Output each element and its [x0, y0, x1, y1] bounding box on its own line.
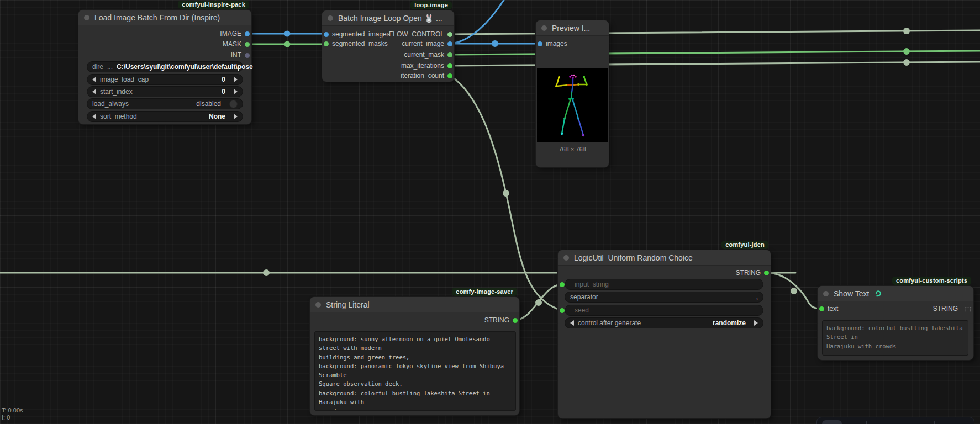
increment-arrow-icon[interactable] — [234, 77, 238, 82]
output-string[interactable]: STRING — [484, 315, 518, 325]
node-preview-image[interactable]: Preview I... images — [536, 20, 609, 167]
node-title-bar[interactable]: String Literal — [310, 297, 519, 312]
node-title: Load Image Batch From Dir (Inspire) — [94, 13, 220, 22]
widget-start-index[interactable]: start_index 0 — [87, 86, 243, 97]
port-dot-text[interactable] — [819, 306, 824, 311]
wire-current-mask — [450, 51, 980, 55]
node-source-badge: comfyui-inspire-pack — [178, 1, 249, 9]
node-show-text[interactable]: comfyui-custom-scripts Show Text text ST… — [818, 286, 973, 360]
port-dot-segmented-masks[interactable] — [324, 41, 329, 46]
execution-status: T: 0.00s I: 0 — [2, 407, 23, 421]
panel-divider — [934, 421, 935, 424]
decrement-arrow-icon[interactable] — [92, 89, 96, 94]
input-segmented-images[interactable]: segmented_images — [324, 29, 390, 39]
output-mask[interactable]: MASK — [223, 39, 250, 49]
collapse-dot-icon[interactable] — [315, 302, 321, 308]
node-title: LogicUtil_Uniform Random Choice — [574, 253, 693, 262]
node-source-badge: comfy-image-saver — [452, 288, 517, 296]
widget-separator[interactable]: separator , — [565, 292, 763, 303]
node-title-bar[interactable]: Batch Image Loop Open 🐰 ... — [322, 10, 454, 26]
port-dot-images[interactable] — [538, 41, 542, 46]
preview-pose-image[interactable] — [537, 68, 608, 142]
node-source-badge: loop-image — [410, 1, 452, 9]
port-dot-int[interactable] — [245, 53, 250, 58]
node-title-bar[interactable]: Preview I... — [536, 20, 609, 36]
node-batch-image-loop[interactable]: loop-image Batch Image Loop Open 🐰 ... s… — [322, 10, 454, 82]
port-dot-current-mask[interactable] — [447, 52, 452, 57]
skeleton-joints — [555, 75, 588, 137]
rabbit-emoji-icon: 🐰 — [424, 14, 434, 23]
decrement-arrow-icon[interactable] — [92, 77, 96, 82]
show-text-textarea[interactable]: background: colorful bustling Takeshita … — [822, 320, 968, 356]
toggle-icon[interactable] — [229, 100, 238, 108]
widget-image-load-cap[interactable]: image_load_cap 0 — [87, 74, 243, 85]
port-dot-mask[interactable] — [245, 42, 250, 47]
port-dot-input-string[interactable] — [560, 282, 565, 287]
output-flow-control[interactable]: FLOW_CONTROL — [389, 29, 452, 39]
node-title-bar[interactable]: Load Image Batch From Dir (Inspire) — [78, 10, 251, 25]
port-dot-current-image[interactable] — [447, 41, 452, 46]
port-dot-flow-control[interactable] — [447, 32, 452, 37]
node-load-image-batch[interactable]: comfyui-inspire-pack Load Image Batch Fr… — [78, 10, 251, 124]
wire-string-to-showtext — [767, 273, 822, 309]
widget-input-string[interactable]: input_string — [565, 279, 763, 290]
input-seed[interactable] — [560, 305, 565, 315]
ellipsis: ... — [107, 63, 113, 71]
openpose-skeleton — [537, 68, 608, 142]
decrement-arrow-icon[interactable] — [570, 320, 574, 326]
widget-directory[interactable]: dire ... C:\Users\syui\git\comfyui\user\… — [87, 61, 243, 72]
port-dot-string[interactable] — [764, 271, 769, 275]
node-title: Show Text — [834, 289, 869, 298]
node-string-literal[interactable]: comfy-image-saver String Literal STRING … — [310, 297, 519, 415]
wire-max-iterations — [450, 62, 980, 66]
wire-string-literal — [515, 284, 561, 320]
port-dot-string[interactable] — [513, 318, 518, 323]
panel-divider — [866, 421, 867, 424]
status-iterations: I: 0 — [2, 414, 23, 421]
output-string[interactable]: STRING — [736, 268, 769, 278]
port-dot-segmented-images[interactable] — [324, 32, 329, 37]
output-type-label: STRING — [933, 304, 972, 314]
decrement-arrow-icon[interactable] — [92, 114, 96, 119]
input-text[interactable]: text — [819, 304, 838, 314]
comfyui-canvas[interactable]: { "status": { "time": "T: 0.00s", "iter"… — [0, 0, 980, 424]
collapse-dot-icon[interactable] — [823, 291, 829, 296]
input-images[interactable]: images — [538, 39, 567, 49]
wire-current-image-branch — [450, 0, 504, 44]
widget-control-after-generate[interactable]: control after generate randomize — [565, 317, 763, 328]
output-max-iterations[interactable]: max_iterations — [401, 61, 452, 71]
increment-arrow-icon[interactable] — [754, 320, 758, 326]
drag-handle-grid-icon[interactable] — [965, 306, 972, 312]
widget-load-always[interactable]: load_always disabled — [87, 98, 243, 109]
increment-arrow-icon[interactable] — [234, 114, 238, 119]
node-source-badge: comfyui-custom-scripts — [892, 277, 971, 285]
output-image[interactable]: IMAGE — [220, 29, 250, 39]
panel-pill[interactable] — [822, 420, 842, 424]
node-source-badge: comfyui-jdcn — [721, 241, 768, 249]
port-dot-image[interactable] — [245, 31, 250, 36]
widget-seed[interactable]: seed — [565, 305, 763, 316]
increment-arrow-icon[interactable] — [234, 89, 238, 94]
port-dot-max-iterations[interactable] — [447, 63, 452, 68]
port-dot-iteration-count[interactable] — [447, 73, 452, 78]
input-input-string[interactable] — [560, 279, 565, 289]
collapse-dot-icon[interactable] — [328, 15, 333, 21]
collapse-dot-icon[interactable] — [563, 255, 569, 261]
widget-sort-method[interactable]: sort_method None — [87, 111, 243, 122]
string-literal-textarea[interactable]: background: sunny afternoon on a quiet O… — [314, 331, 516, 411]
image-dimensions-caption: 768 × 768 — [536, 146, 609, 152]
input-segmented-masks[interactable]: segmented_masks — [324, 39, 388, 49]
node-title-bar[interactable]: LogicUtil_Uniform Random Choice — [558, 250, 771, 266]
collapse-dot-icon[interactable] — [541, 25, 547, 31]
node-logicutil-random-choice[interactable]: comfyui-jdcn LogicUtil_Uniform Random Ch… — [558, 250, 771, 418]
port-dot-seed[interactable] — [560, 308, 565, 313]
output-current-image[interactable]: current_image — [402, 39, 452, 49]
pysssss-swirl-icon — [874, 289, 882, 298]
output-int[interactable]: INT — [231, 50, 250, 60]
output-current-mask[interactable]: current_mask — [404, 50, 452, 60]
node-title-bar[interactable]: Show Text — [818, 286, 973, 301]
collapse-dot-icon[interactable] — [84, 15, 89, 20]
output-iteration-count[interactable]: iteration_count — [401, 71, 452, 81]
bottom-panel-partial[interactable] — [816, 417, 974, 424]
wire-flow-control — [450, 30, 980, 34]
